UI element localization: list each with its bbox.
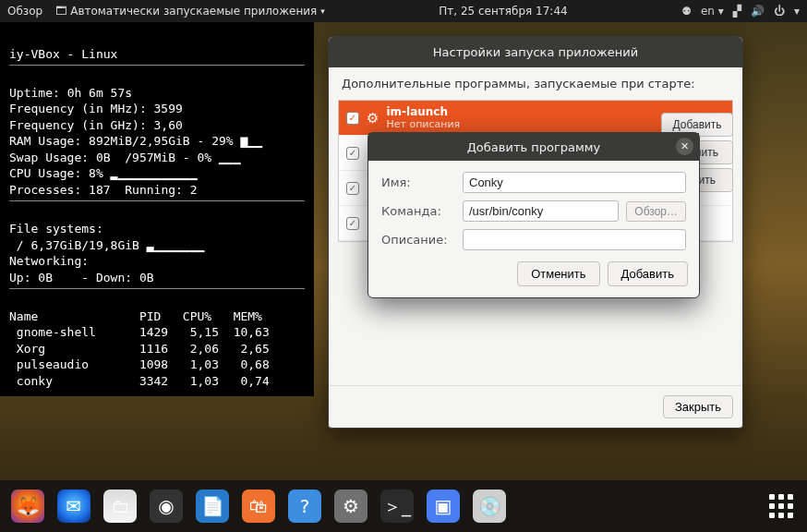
keyboard-layout[interactable]: en ▾ bbox=[701, 5, 724, 18]
dock-disc[interactable]: 💿 bbox=[473, 490, 506, 523]
show-applications[interactable] bbox=[766, 491, 796, 521]
dock-files[interactable]: 🗀 bbox=[103, 490, 137, 523]
item-sub: Нет описания bbox=[386, 118, 460, 130]
dock-screenshot[interactable]: ▣ bbox=[427, 490, 460, 523]
dock-firefox[interactable]: 🦊 bbox=[11, 490, 44, 523]
checkbox-icon[interactable]: ✓ bbox=[346, 112, 359, 125]
close-icon[interactable]: ✕ bbox=[676, 138, 693, 155]
conky-host: iy-VBox - Linux bbox=[9, 47, 117, 61]
volume-icon[interactable]: 🔊 bbox=[751, 5, 765, 18]
checkbox-icon[interactable]: ✓ bbox=[346, 182, 359, 195]
dock-rhythmbox[interactable]: ◉ bbox=[150, 490, 183, 523]
system-tray: ⚉ en ▾ ▞ 🔊 ⏻ ▾ bbox=[681, 5, 800, 18]
checkbox-icon[interactable]: ✓ bbox=[346, 147, 359, 160]
app-menu[interactable]: 🗔 Автоматически запускаемые приложения ▾ bbox=[55, 5, 325, 18]
conky-monitor: iy-VBox - Linux Uptime: 0h 6m 57s Freque… bbox=[0, 22, 314, 396]
conky-row: gnome-shell 1429 5,15 10,63 bbox=[9, 325, 270, 339]
accessibility-icon[interactable]: ⚉ bbox=[681, 5, 692, 18]
dock-settings[interactable]: ⚙ bbox=[334, 490, 367, 523]
name-input[interactable] bbox=[463, 172, 686, 193]
dock-software[interactable]: 🛍 bbox=[242, 490, 275, 523]
dock-writer[interactable]: 📄 bbox=[196, 490, 229, 523]
chevron-down-icon: ▾ bbox=[320, 6, 325, 16]
description-label: Описание: bbox=[381, 233, 455, 247]
system-menu-chevron-icon[interactable]: ▾ bbox=[794, 5, 800, 18]
name-label: Имя: bbox=[381, 175, 455, 189]
dock: 🦊 ✉ 🗀 ◉ 📄 🛍 ? ⚙ ＞_ ▣ 💿 bbox=[0, 480, 807, 532]
startup-subhead: Дополнительные программы, запускаемые пр… bbox=[329, 67, 742, 96]
activities-button[interactable]: Обзор bbox=[7, 5, 42, 18]
cancel-button[interactable]: Отменить bbox=[517, 261, 599, 286]
browse-button[interactable]: Обзор… bbox=[626, 201, 686, 222]
conky-row: Xorg 1116 2,06 2,65 bbox=[9, 342, 270, 356]
window-icon: 🗔 bbox=[55, 5, 66, 18]
item-title: im-launch bbox=[386, 105, 460, 118]
network-icon[interactable]: ▞ bbox=[733, 5, 741, 18]
dialog-titlebar[interactable]: Добавить программу ✕ bbox=[368, 133, 699, 161]
dialog-title: Добавить программу bbox=[467, 140, 601, 154]
conky-table-header: Name PID CPU% MEM% bbox=[9, 309, 262, 323]
conky-row: pulseaudio 1098 1,03 0,68 bbox=[9, 357, 270, 371]
top-panel: Обзор 🗔 Автоматически запускаемые прилож… bbox=[0, 0, 807, 22]
command-input[interactable] bbox=[463, 200, 619, 222]
add-program-dialog: Добавить программу ✕ Имя: Команда: Обзор… bbox=[367, 132, 700, 298]
dock-terminal[interactable]: ＞_ bbox=[380, 490, 414, 523]
dock-thunderbird[interactable]: ✉ bbox=[57, 490, 90, 523]
dock-help[interactable]: ? bbox=[288, 490, 321, 523]
gears-icon: ⚙ bbox=[367, 110, 379, 127]
checkbox-icon[interactable]: ✓ bbox=[346, 217, 359, 230]
add-confirm-button[interactable]: Добавить bbox=[608, 261, 688, 286]
description-input[interactable] bbox=[463, 229, 686, 250]
clock[interactable]: Пт, 25 сентября 17:44 bbox=[439, 5, 567, 18]
power-icon[interactable]: ⏻ bbox=[774, 5, 785, 18]
window-title: Настройки запуска приложений bbox=[433, 45, 638, 59]
window-titlebar[interactable]: Настройки запуска приложений bbox=[329, 37, 742, 67]
command-label: Команда: bbox=[381, 204, 455, 218]
conky-row: conky 3342 1,03 0,74 bbox=[9, 374, 270, 388]
app-menu-label: Автоматически запускаемые приложения bbox=[70, 5, 317, 18]
close-button[interactable]: Закрыть bbox=[663, 395, 733, 418]
